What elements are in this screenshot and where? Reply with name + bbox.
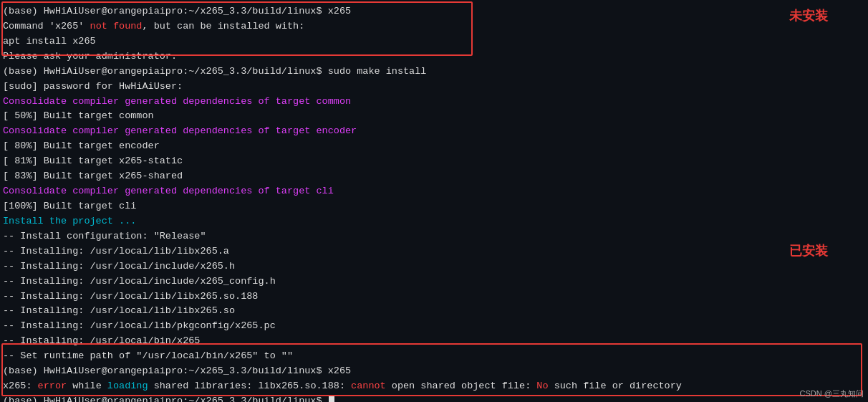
terminal-line: -- Install configuration: "Release" bbox=[3, 229, 865, 244]
terminal-line: -- Installing: /usr/local/lib/libx265.so… bbox=[3, 289, 865, 305]
terminal-line: (base) HwHiAiUser@orangepiaipro:~/x265_3… bbox=[3, 4, 865, 19]
terminal-line: [ 83%] Built target x265-shared bbox=[3, 169, 865, 184]
terminal-line: [ 80%] Built target encoder bbox=[3, 139, 865, 154]
terminal-line: Please ask your administrator. bbox=[3, 49, 865, 64]
terminal-prompt: (base) HwHiAiUser@orangepiaipro:~/x265_3… bbox=[3, 394, 865, 402]
terminal-line: -- Installing: /usr/local/include/x265.h bbox=[3, 259, 865, 274]
terminal-line: [sudo] password for HwHiAiUser: bbox=[3, 80, 865, 95]
terminal-line: -- Installing: /usr/local/include/x265_c… bbox=[3, 274, 865, 289]
watermark: CSDN @三丸知问 bbox=[800, 388, 864, 399]
terminal-line: [100%] Built target cli bbox=[3, 199, 865, 214]
terminal-line: Consolidate compiler generated dependenc… bbox=[3, 95, 865, 110]
terminal-line: apt install x265 bbox=[3, 34, 865, 49]
terminal-line: -- Installing: /usr/local/lib/libx265.so bbox=[3, 304, 865, 319]
terminal-line: -- Set runtime path of "/usr/local/bin/x… bbox=[3, 349, 865, 364]
terminal-line: Consolidate compiler generated dependenc… bbox=[3, 124, 865, 139]
terminal-line: -- Installing: /usr/local/lib/pkgconfig/… bbox=[3, 319, 865, 334]
terminal-line: Consolidate compiler generated dependenc… bbox=[3, 184, 865, 199]
terminal: (base) HwHiAiUser@orangepiaipro:~/x265_3… bbox=[0, 0, 868, 402]
cursor bbox=[329, 396, 334, 402]
terminal-line: (base) HwHiAiUser@orangepiaipro:~/x265_3… bbox=[3, 364, 865, 379]
terminal-line: -- Installing: /usr/local/lib/libx265.a bbox=[3, 244, 865, 259]
terminal-line: [ 50%] Built target common bbox=[3, 109, 865, 124]
terminal-line-error: x265: error while loading shared librari… bbox=[3, 379, 865, 394]
terminal-line: Command 'x265' not found, but can be ins… bbox=[3, 19, 865, 34]
terminal-line: [ 81%] Built target x265-static bbox=[3, 154, 865, 169]
terminal-line: -- Installing: /usr/local/bin/x265 bbox=[3, 334, 865, 349]
terminal-line-install: Install the project ... bbox=[3, 214, 865, 229]
terminal-line: (base) HwHiAiUser@orangepiaipro:~/x265_3… bbox=[3, 64, 865, 80]
